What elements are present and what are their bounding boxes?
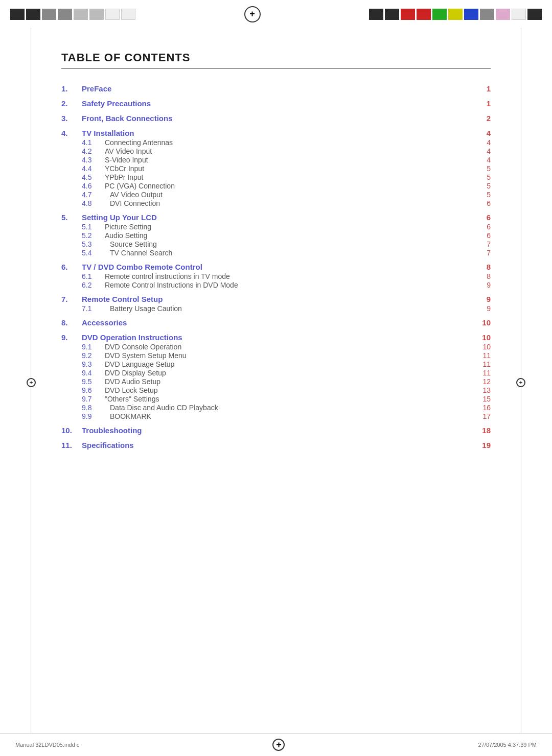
toc-sub-number-3-7: 4.8 [82, 199, 110, 207]
toc-sub-number-3-3: 4.4 [82, 164, 105, 173]
toc-sub-row-3-3: 4.4YCbCr Input5 [61, 164, 491, 173]
toc-sub-row-5-1: 6.2Remote Control Instructions in DVD Mo… [61, 281, 491, 289]
toc-sub-row-3-0: 4.1Connecting Antennas4 [61, 138, 491, 147]
toc-section-7: 8.Accessories10 [61, 318, 491, 330]
toc-section-6: 7.Remote Control Setup97.1Battery Usage … [61, 295, 491, 315]
toc-sub-page-3-4: 5 [475, 173, 491, 181]
toc-number-6: 7. [61, 295, 82, 303]
toc-sub-row-3-4: 4.5YPbPr Input5 [61, 173, 491, 181]
toc-main-row-10: 11.Specifications19 [61, 441, 491, 450]
toc-sub-number-3-1: 4.2 [82, 147, 105, 155]
toc-page-1: 1 [475, 99, 491, 108]
title-underline [61, 68, 491, 69]
table-of-contents: 1.PreFace12.Safety Precautions13.Front, … [61, 84, 491, 450]
toc-sub-page-5-1: 9 [475, 281, 491, 289]
color-block-7 [105, 9, 120, 20]
toc-sub-row-3-1: 4.2AV Video Input4 [61, 147, 491, 155]
toc-sub-title-3-6: AV Video Output [110, 191, 475, 199]
color-block-yellow [448, 9, 463, 20]
toc-sub-title-3-2: S-Video Input [105, 156, 475, 164]
toc-number-3: 4. [61, 129, 82, 137]
toc-sub-row-4-3: 5.4TV Channel Search7 [61, 249, 491, 257]
toc-sub-title-3-3: YCbCr Input [105, 164, 475, 173]
toc-sub-row-8-5: 9.6DVD Lock Setup13 [61, 386, 491, 394]
toc-title-0: PreFace [82, 84, 475, 93]
toc-sub-row-8-0: 9.1DVD Console Operation10 [61, 343, 491, 351]
toc-sub-page-3-6: 5 [475, 191, 491, 199]
top-bar-center [135, 6, 369, 22]
toc-sub-row-8-3: 9.4DVD Display Setup11 [61, 369, 491, 377]
color-block-3 [42, 9, 56, 20]
toc-page-6: 9 [475, 295, 491, 303]
toc-sub-title-6-0: Battery Usage Caution [110, 304, 475, 313]
top-center-crosshair [244, 6, 261, 22]
toc-sub-number-8-2: 9.3 [82, 360, 105, 368]
toc-sub-title-8-1: DVD System Setup Menu [105, 351, 475, 360]
toc-sub-number-4-0: 5.1 [82, 223, 105, 231]
toc-sub-number-5-1: 6.2 [82, 281, 105, 289]
toc-main-row-9: 10.Troubleshooting18 [61, 426, 491, 435]
toc-sub-number-4-2: 5.3 [82, 240, 110, 248]
toc-title-1: Safety Precautions [82, 99, 475, 108]
toc-sub-number-8-1: 9.2 [82, 351, 105, 360]
toc-main-row-8: 9.DVD Operation Instructions10 [61, 333, 491, 342]
toc-sub-page-8-1: 11 [475, 351, 491, 360]
toc-sub-title-8-4: DVD Audio Setup [105, 377, 475, 386]
toc-number-0: 1. [61, 84, 82, 93]
color-block-green [432, 9, 447, 20]
toc-sub-number-3-5: 4.6 [82, 182, 105, 190]
toc-sub-number-8-7: 9.8 [82, 404, 110, 412]
toc-sub-page-8-4: 12 [475, 377, 491, 386]
toc-sub-page-8-3: 11 [475, 369, 491, 377]
toc-number-9: 10. [61, 426, 82, 435]
toc-sub-title-8-0: DVD Console Operation [105, 343, 475, 351]
toc-sub-row-5-0: 6.1Remote control instructions in TV mod… [61, 272, 491, 280]
toc-sub-title-4-1: Audio Setting [105, 231, 475, 240]
toc-sub-title-3-7: DVI Connection [110, 199, 475, 207]
toc-sub-page-3-1: 4 [475, 147, 491, 155]
color-block-r4 [512, 9, 526, 20]
toc-sub-page-5-0: 8 [475, 272, 491, 280]
toc-sub-title-8-5: DVD Lock Setup [105, 386, 475, 394]
toc-sub-page-8-8: 17 [475, 412, 491, 420]
color-block-2 [26, 9, 40, 20]
toc-sub-row-8-8: 9.9BOOKMARK17 [61, 412, 491, 420]
toc-sub-title-3-0: Connecting Antennas [105, 138, 475, 147]
toc-sub-row-4-0: 5.1Picture Setting6 [61, 223, 491, 231]
toc-page-9: 18 [475, 426, 491, 435]
toc-sub-page-4-0: 6 [475, 223, 491, 231]
toc-sub-page-3-5: 5 [475, 182, 491, 190]
toc-sub-row-4-1: 5.2Audio Setting6 [61, 231, 491, 240]
toc-number-10: 11. [61, 441, 82, 450]
bottom-left-text: Manual 32LDVD05.indd c [15, 742, 79, 748]
toc-sub-row-8-1: 9.2DVD System Setup Menu11 [61, 351, 491, 360]
toc-page-0: 1 [475, 84, 491, 93]
toc-section-0: 1.PreFace1 [61, 84, 491, 96]
toc-title-9: Troubleshooting [82, 426, 475, 435]
toc-sub-page-3-0: 4 [475, 138, 491, 147]
toc-main-row-0: 1.PreFace1 [61, 84, 491, 93]
color-block-4 [58, 9, 72, 20]
toc-section-8: 9.DVD Operation Instructions109.1DVD Con… [61, 333, 491, 423]
color-block-6 [89, 9, 104, 20]
top-right-color-blocks [369, 9, 542, 20]
toc-page-4: 6 [475, 213, 491, 222]
toc-title-5: TV / DVD Combo Remote Control [82, 263, 475, 271]
toc-sub-number-3-0: 4.1 [82, 138, 105, 147]
toc-sub-title-3-5: PC (VGA) Connection [105, 182, 475, 190]
toc-title-4: Setting Up Your LCD [82, 213, 475, 222]
color-block-8 [121, 9, 135, 20]
color-block-r5 [527, 9, 542, 20]
top-decorative-bar [0, 0, 552, 28]
color-block-red2 [417, 9, 431, 20]
toc-section-5: 6.TV / DVD Combo Remote Control86.1Remot… [61, 263, 491, 292]
main-content: TABLE OF CONTENTS 1.PreFace12.Safety Pre… [46, 41, 506, 725]
toc-sub-number-8-4: 9.5 [82, 377, 105, 386]
toc-sub-number-8-6: 9.7 [82, 395, 105, 403]
toc-sub-row-6-0: 7.1Battery Usage Caution9 [61, 304, 491, 313]
color-block-r2 [385, 9, 399, 20]
toc-number-5: 6. [61, 263, 82, 271]
toc-main-row-7: 8.Accessories10 [61, 318, 491, 327]
toc-sub-number-5-0: 6.1 [82, 272, 105, 280]
right-registration-mark [516, 378, 525, 387]
